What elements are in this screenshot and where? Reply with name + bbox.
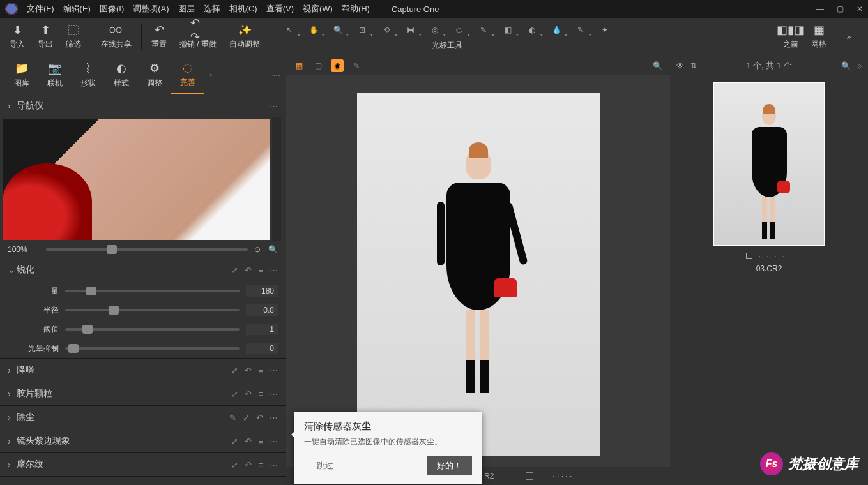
navigator-preview[interactable] — [0, 117, 272, 241]
expand-icon[interactable]: ⤢ — [231, 366, 238, 375]
section-menu-icon[interactable]: ⋯ — [270, 436, 278, 446]
close-icon[interactable]: ✕ — [857, 4, 863, 13]
menu-select[interactable]: 选择 — [204, 3, 220, 15]
reset-icon[interactable]: ↶ — [245, 460, 252, 470]
viewer-zoom-icon[interactable]: 🔍 — [651, 59, 664, 72]
hand-tool[interactable]: ✋ — [304, 22, 323, 38]
keystone-tool[interactable]: ⧓ — [401, 22, 420, 38]
loupe-tool[interactable]: 🔍 — [328, 22, 347, 38]
reset-icon[interactable]: ↶ — [256, 413, 263, 422]
share-button[interactable]: 在线共享 — [101, 24, 132, 50]
expand-icon[interactable]: ⤢ — [243, 413, 250, 422]
import-button[interactable]: ⬇导入 — [10, 24, 25, 50]
menu-view[interactable]: 查看(V) — [266, 3, 294, 15]
expand-icon[interactable]: ⤢ — [231, 436, 238, 446]
tab-tether[interactable]: 📷联机 — [38, 56, 72, 94]
pointer-tool[interactable]: ↖ — [280, 22, 299, 38]
grid-button[interactable]: ▦网格 — [811, 24, 826, 50]
checkbox-icon[interactable] — [526, 472, 533, 480]
tab-refine[interactable]: ◌完善 — [171, 56, 204, 94]
reset-button[interactable]: ↶重置 — [151, 24, 167, 50]
menu-help[interactable]: 帮助(H) — [342, 3, 370, 15]
zoom-slider[interactable] — [46, 248, 248, 251]
sort-icon[interactable]: ⇅ — [690, 61, 697, 70]
section-menu-icon[interactable]: ⋯ — [270, 389, 278, 399]
section-menu-icon[interactable]: ⋯ — [270, 101, 278, 111]
section-menu-icon[interactable]: ⋯ — [270, 413, 278, 422]
navigator-scrollbar[interactable] — [272, 117, 281, 241]
rotate-tool[interactable]: ⟲ — [377, 22, 396, 38]
zoom-fit-icon[interactable]: ⊙ — [254, 245, 261, 254]
thumbnail[interactable] — [713, 82, 825, 246]
reset-icon[interactable]: ↶ — [245, 265, 252, 275]
minimize-icon[interactable]: ― — [816, 4, 824, 13]
section-menu-icon[interactable]: ⋯ — [270, 265, 278, 275]
expand-icon[interactable]: ⤢ — [231, 460, 238, 470]
maximize-icon[interactable]: ▢ — [837, 4, 844, 13]
annotation-tool[interactable]: ✎ — [571, 22, 590, 38]
menu-adjust[interactable]: 调整项(A) — [133, 3, 169, 15]
tab-chevron[interactable]: › — [209, 71, 212, 80]
expand-icon[interactable]: ⤢ — [231, 265, 238, 275]
tab-library[interactable]: 📁图库 — [5, 56, 38, 94]
preset-icon[interactable]: ≡ — [258, 389, 263, 399]
menu-layer[interactable]: 图层 — [178, 3, 195, 15]
brush-tool[interactable]: ✎ — [474, 22, 493, 38]
proof-view-icon[interactable]: ◉ — [331, 59, 344, 72]
tab-shape[interactable]: ⦚形状 — [72, 57, 105, 94]
tooltip-ok-button[interactable]: 好的！ — [427, 456, 472, 475]
undo-redo-button[interactable]: ↶ ↷撤销 / 重做 — [179, 24, 217, 50]
tooltip-skip-button[interactable]: 跳过 — [317, 460, 333, 472]
auto-dust-icon[interactable]: ✎ — [229, 413, 236, 422]
before-after-button[interactable]: ◧▮◨之前 — [783, 24, 798, 50]
radius-slider[interactable] — [65, 309, 240, 311]
dust-header[interactable]: ›除尘✎⤢↶⋯ — [0, 406, 286, 429]
filter-button[interactable]: 筛选 — [66, 24, 81, 50]
tab-adjust[interactable]: ⚙调整 — [138, 56, 171, 94]
reset-icon[interactable]: ↶ — [245, 389, 252, 399]
reset-icon[interactable]: ↶ — [245, 436, 252, 446]
amount-value[interactable]: 180 — [246, 285, 278, 297]
thumb-rating[interactable]: ····· — [746, 253, 791, 259]
radius-value[interactable]: 0.8 — [246, 304, 278, 316]
tab-menu[interactable]: ⋯ — [273, 71, 280, 80]
menu-file[interactable]: 文件(F) — [27, 3, 54, 15]
threshold-slider[interactable] — [65, 328, 240, 331]
browser-zoom-icon[interactable]: 🔍 — [841, 61, 851, 70]
browser-search-icon[interactable]: ⌕ — [857, 61, 862, 70]
preset-icon[interactable]: ≡ — [258, 265, 263, 275]
purple-header[interactable]: ›镜头紫边现象⤢↶≡⋯ — [0, 429, 286, 452]
preset-icon[interactable]: ≡ — [258, 436, 263, 446]
auto-adjust-button[interactable]: ✨自动调整 — [229, 24, 260, 50]
preset-icon[interactable]: ≡ — [258, 366, 263, 375]
spot-tool[interactable]: ◎ — [425, 22, 445, 38]
section-menu-icon[interactable]: ⋯ — [270, 366, 278, 375]
tab-style[interactable]: ◐样式 — [105, 56, 138, 94]
viewer-canvas[interactable] — [286, 75, 670, 467]
menu-edit[interactable]: 编辑(E) — [63, 3, 91, 15]
zoom-100-icon[interactable]: 🔍 — [268, 245, 278, 254]
section-menu-icon[interactable]: ⋯ — [270, 460, 278, 470]
film-header[interactable]: ›胶片颗粒⤢↶≡⋯ — [0, 382, 286, 405]
menu-window[interactable]: 视窗(W) — [303, 3, 333, 15]
crop-tool[interactable]: ⊡ — [353, 22, 372, 38]
mask-tool[interactable]: ⬭ — [450, 22, 469, 38]
preset-icon[interactable]: ≡ — [258, 460, 263, 470]
eyedropper-tool[interactable]: 💧 — [547, 22, 566, 38]
moire-header[interactable]: ›摩尔纹⤢↶≡⋯ — [0, 453, 286, 476]
threshold-value[interactable]: 1 — [246, 324, 278, 335]
toolbar-overflow[interactable]: » — [839, 29, 858, 45]
brush-view-icon[interactable]: ✎ — [350, 59, 363, 72]
single-view-icon[interactable]: ▢ — [312, 59, 324, 72]
noise-header[interactable]: ›降噪⤢↶≡⋯ — [0, 359, 286, 382]
sparkle-tool[interactable]: ✦ — [595, 22, 614, 38]
eraser-tool[interactable]: ◧ — [498, 22, 517, 38]
menu-image[interactable]: 图像(I) — [100, 3, 124, 15]
amount-slider[interactable] — [65, 290, 240, 292]
export-button[interactable]: ⬆导出 — [38, 24, 53, 50]
expand-icon[interactable]: ⤢ — [231, 389, 238, 399]
halo-value[interactable]: 0 — [246, 343, 278, 354]
visibility-icon[interactable]: 👁 — [676, 61, 684, 70]
menu-camera[interactable]: 相机(C) — [229, 3, 257, 15]
gradient-tool[interactable]: ◐ — [522, 22, 542, 38]
